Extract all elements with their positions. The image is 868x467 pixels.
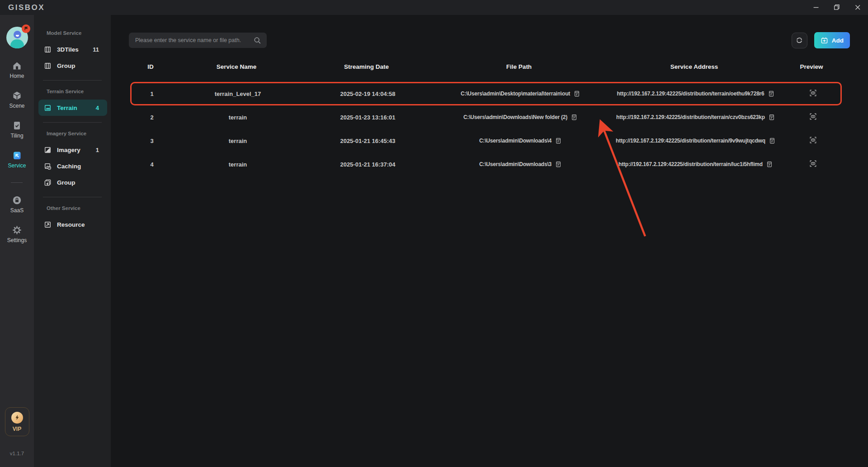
sidebar-item-resource[interactable]: Resource [38,216,107,233]
nav-label: Settings [7,237,27,243]
cell-file-path: C:\Users\admin\Desktop\material\terrain\… [432,91,609,97]
table-row[interactable]: 4 terrain 2025-01-21 16:37:04 C:\Users\a… [130,152,842,176]
nav-item-saas[interactable]: SaaS [10,195,24,214]
col-header-file-path: File Path [431,63,607,70]
search-box [129,33,267,48]
notification-badge [22,24,30,33]
sidebar-item-terrain[interactable]: Terrain 4 [38,100,107,116]
table-row[interactable]: 2 terrain 2025-01-23 13:16:01 C:\Users\a… [130,105,842,129]
nav-item-service[interactable]: Service [8,151,26,169]
nav-label: Scene [9,103,24,109]
section-title: Other Service [47,205,111,211]
copy-icon[interactable] [769,114,775,120]
sidebar-item-imagery[interactable]: Imagery 1 [38,142,107,158]
copy-icon[interactable] [769,138,775,144]
copy-icon[interactable] [555,161,561,167]
vip-button[interactable]: VIP [5,407,29,436]
copy-icon[interactable] [574,91,580,97]
nav-label: SaaS [10,207,24,214]
cell-streaming-date: 2025-01-21 16:37:04 [303,161,432,168]
service-address-text: http://192.167.2.129:42225/distribution/… [617,91,764,97]
sidebar-divider [43,197,102,197]
toolbar: Add [129,32,850,48]
home-icon [12,61,22,71]
services-table: ID Service Name Streaming Date File Path… [130,56,842,176]
cell-preview [783,89,843,98]
cell-id: 1 [132,91,172,97]
nav-rail: Home Scene Tiling Service SaaS [0,15,34,467]
cell-service-address: http://192.167.2.129:42225/distribution/… [609,91,783,97]
col-header-id: ID [130,63,171,70]
add-button-label: Add [832,37,844,44]
table-row[interactable]: 1 terrain_Level_17 2025-02-19 14:04:58 C… [130,82,842,105]
add-button[interactable]: Add [814,32,850,48]
copy-icon[interactable] [768,91,774,97]
preview-icon[interactable] [809,136,817,144]
preview-icon[interactable] [809,160,817,167]
nav-item-scene[interactable]: Scene [9,91,24,109]
sidebar-item-imagery-group[interactable]: Group [38,174,107,191]
cell-service-name: terrain [172,138,303,144]
minimize-icon [812,3,821,12]
cell-preview [783,113,843,122]
cell-file-path: C:\Users\admin\Downloads\4 [432,138,609,144]
table-header: ID Service Name Streaming Date File Path… [130,56,842,77]
saas-lock-icon [12,195,22,205]
gear-icon [12,225,22,235]
group-box-icon [44,62,51,69]
cell-service-name: terrain_Level_17 [172,91,303,97]
sidebar-item-label: Group [57,62,75,69]
user-avatar[interactable] [6,27,28,48]
imagery-icon [44,147,51,153]
sidebar-item-caching[interactable]: Caching [38,158,107,174]
add-box-icon [821,37,828,44]
copy-icon[interactable] [555,138,561,144]
search-input[interactable] [135,37,254,43]
terrain-icon [44,105,51,111]
sidebar-item-model-group[interactable]: Group [38,57,107,74]
nav-label: Home [9,73,24,79]
nav-item-home[interactable]: Home [9,61,24,79]
sidebar-divider [43,80,102,81]
lightning-icon [14,415,20,420]
resource-icon [44,221,51,228]
section-title: Imagery Service [47,131,111,136]
restore-icon [833,3,841,12]
vip-bolt-badge [11,412,23,424]
main-content: Add ID Service Name Streaming Date File … [111,15,868,467]
cell-service-name: terrain [172,114,303,121]
close-icon [854,3,862,12]
sidebar-item-3dtiles[interactable]: 3DTiles 11 [38,41,107,57]
sidebar-item-label: Group [57,179,75,186]
close-button[interactable] [847,0,868,15]
refresh-icon [795,36,803,44]
section-title: Terrain Service [47,89,111,94]
sidebar-divider [43,122,102,123]
preview-icon[interactable] [809,89,817,97]
restore-button[interactable] [826,0,847,15]
preview-icon[interactable] [809,113,817,120]
refresh-button[interactable] [792,33,807,48]
cell-id: 4 [132,161,172,168]
nav-item-settings[interactable]: Settings [7,225,27,243]
scene-icon [12,91,22,100]
service-address-text: http://192.167.2.129:42225/distribution/… [616,114,765,120]
sidebar-item-label: Caching [57,163,81,170]
copy-icon[interactable] [766,161,773,167]
sidebar-item-label: 3DTiles [57,46,79,53]
group-images-icon [44,179,51,186]
nav-item-tiling[interactable]: Tiling [10,121,23,139]
minimize-button[interactable] [806,0,826,15]
file-path-text: C:\Users\admin\Downloads\4 [479,138,552,144]
col-header-service-name: Service Name [171,63,302,70]
copy-icon[interactable] [571,114,577,120]
sidebar-item-count: 4 [96,105,99,111]
cell-preview [783,136,843,145]
cell-streaming-date: 2025-02-19 14:04:58 [303,91,432,97]
app-logo: GISBOX [8,3,45,12]
cell-service-address: http://192.167.2.129:42225/distribution/… [609,138,783,144]
tiling-icon [12,121,22,130]
search-icon[interactable] [254,37,261,44]
titlebar: GISBOX [0,0,868,15]
table-row[interactable]: 3 terrain 2025-01-21 16:45:43 C:\Users\a… [130,129,842,152]
